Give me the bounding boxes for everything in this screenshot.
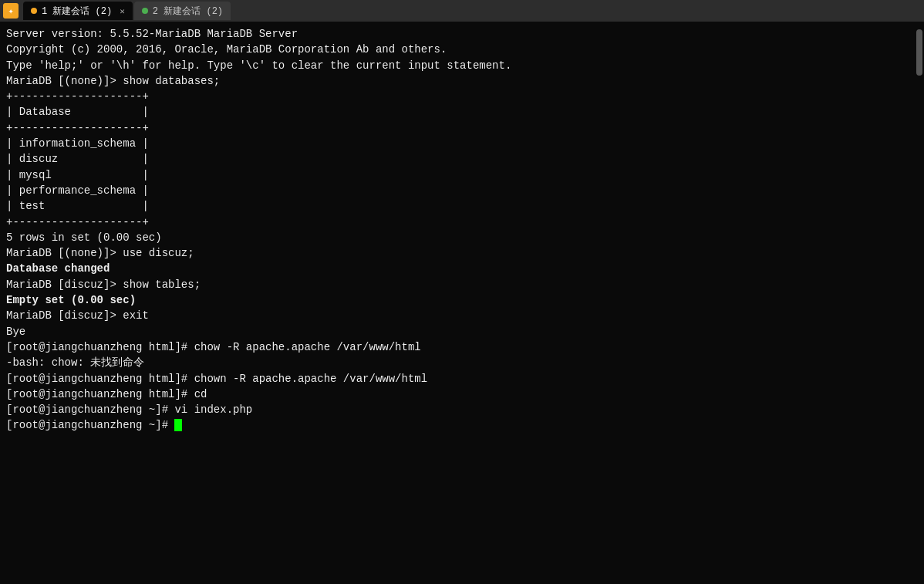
terminal-line: Copyright (c) 2000, 2016, Oracle, MariaD… <box>6 42 918 57</box>
tab-1[interactable]: 1 新建会话 (2) ✕ <box>23 2 133 20</box>
terminal-line: +--------------------+ <box>6 89 918 104</box>
terminal-line: Server version: 5.5.52-MariaDB MariaDB S… <box>6 26 918 42</box>
tab-1-close[interactable]: ✕ <box>120 6 125 16</box>
tab-2-label: 2 新建会话 (2) <box>153 5 223 18</box>
terminal-line: | performance_schema | <box>6 183 918 198</box>
terminal-line: Type 'help;' or '\h' for help. Type '\c'… <box>6 58 918 73</box>
terminal-cursor <box>174 419 182 431</box>
terminal-line: [root@jiangchuanzheng html]# chow -R apa… <box>6 339 918 355</box>
terminal-line: +--------------------+ <box>6 214 918 230</box>
terminal-line: -bash: chow: 未找到命令 <box>6 355 918 370</box>
terminal-line: | Database | <box>6 104 918 120</box>
tab-1-label: 1 新建会话 (2) <box>42 5 112 18</box>
tab-2[interactable]: 2 新建会话 (2) <box>134 2 231 20</box>
terminal-line: [root@jiangchuanzheng html]# chown -R ap… <box>6 371 918 387</box>
terminal-line: | discuz | <box>6 151 918 167</box>
terminal-line: MariaDB [(none)]> use discuz; <box>6 245 918 261</box>
terminal-line: [root@jiangchuanzheng ~]# vi index.php <box>6 402 918 417</box>
terminal-line: MariaDB [discuz]> exit <box>6 308 918 323</box>
tab-2-dot <box>142 8 148 14</box>
terminal-line: | mysql | <box>6 167 918 183</box>
app-icon: ✦ <box>3 3 19 19</box>
terminal-line: Empty set (0.00 sec) <box>6 292 918 308</box>
terminal-line: MariaDB [discuz]> show tables; <box>6 277 918 292</box>
terminal-line: [root@jiangchuanzheng html]# cd <box>6 387 918 402</box>
terminal-line: +--------------------+ <box>6 120 918 136</box>
terminal-line: MariaDB [(none)]> show databases; <box>6 73 918 89</box>
terminal-line: 5 rows in set (0.00 sec) <box>6 230 918 245</box>
terminal-line: | information_schema | <box>6 136 918 151</box>
tab-bar: ✦ 1 新建会话 (2) ✕ 2 新建会话 (2) <box>0 0 924 22</box>
terminal-line: [root@jiangchuanzheng ~]# <box>6 417 918 433</box>
terminal[interactable]: Server version: 5.5.52-MariaDB MariaDB S… <box>0 22 924 584</box>
terminal-line: Bye <box>6 324 918 339</box>
terminal-line: | test | <box>6 198 918 214</box>
tab-1-dot <box>31 8 37 14</box>
scrollbar[interactable] <box>916 29 922 76</box>
terminal-line: Database changed <box>6 261 918 276</box>
